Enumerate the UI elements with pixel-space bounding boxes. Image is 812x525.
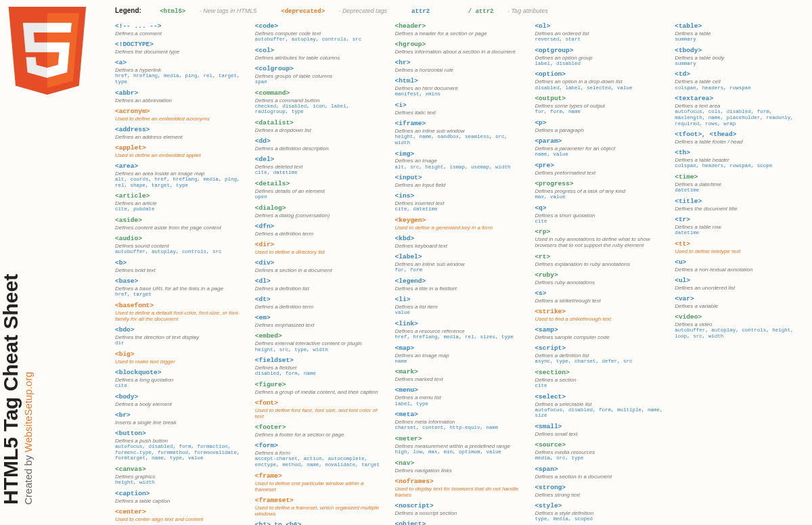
tag-entry: <style>Defines a style definitiontype, m… [535, 503, 665, 522]
tag-name: <output> [535, 95, 665, 103]
tag-name: <div> [255, 260, 386, 267]
tag-desc: Defines a table [675, 30, 805, 37]
tag-desc: Used to make text bigger [115, 359, 246, 365]
tag-entry: <embed>Defines external interactive cont… [255, 333, 386, 352]
tag-attrs: cite [115, 383, 246, 389]
tag-name: <mark> [395, 369, 526, 376]
tag-name: <dt> [255, 296, 386, 304]
legend-desc: - New tags in HTML5 [198, 7, 256, 14]
tag-entry: <html>Defines an html documentmanifest, … [395, 78, 526, 97]
tag-desc: Used to center align text and content [115, 516, 246, 522]
tag-name: <tfoot>, <thead> [675, 131, 805, 139]
tag-attrs: datetime [675, 230, 805, 236]
tag-name: <header> [395, 23, 526, 30]
tag-name: <textarea> [675, 95, 805, 103]
subtitle: Created by WebsiteSetup.org [22, 274, 34, 505]
tag-name: <b> [115, 260, 246, 267]
tag-entry: <meter>Defines measurement within a pred… [395, 436, 526, 455]
tag-attrs: disabled, form, name [255, 371, 386, 377]
tag-name: <applet> [115, 145, 246, 152]
tag-name: <section> [535, 369, 665, 377]
tag-name: <bdo> [115, 327, 246, 334]
tag-name: <object> [395, 521, 526, 525]
tag-entry: <script>Defines a definition listasync, … [535, 345, 665, 365]
tag-name: <form> [255, 442, 386, 450]
tag-desc: Defines a section in a document [535, 474, 665, 480]
html5-logo-icon [3, 0, 91, 104]
tag-name: <blockquote> [115, 369, 246, 377]
tag-name: <dialog> [255, 205, 386, 212]
tag-entry: <source>Defines media resourcesmedia, sr… [535, 442, 665, 461]
tag-entry: <big>Used to make text bigger [115, 351, 246, 365]
tag-attrs: label, type [395, 401, 526, 407]
tag-desc: Defines an abbreviation [115, 97, 246, 104]
tag-attrs: high, low, max, min, optimum, value [395, 449, 526, 455]
tag-entry: <output>Defines some types of outputfor,… [535, 95, 665, 115]
tag-name: <frame> [255, 473, 386, 480]
tag-name: <big> [115, 351, 246, 359]
tag-desc: Used to define a frameset, which organiz… [255, 505, 386, 517]
tag-name: <img> [395, 151, 526, 158]
tag-desc: Defines a base URL for all the links in … [115, 286, 246, 292]
tag-attrs: reversed, start [535, 37, 665, 43]
tag-name: <s> [535, 290, 665, 298]
tag-entry: <div>Defines a section in a document [255, 260, 386, 273]
tag-attrs: span [255, 79, 386, 85]
tag-desc: Defines a command button [255, 97, 386, 104]
tag-desc: Defines an ordered list [535, 30, 665, 37]
tag-name: <small> [535, 424, 665, 431]
tag-name: <q> [535, 205, 665, 212]
tag-name: <button> [115, 430, 246, 438]
tag-name: <optgroup> [535, 47, 665, 55]
tag-attrs: media, src, type [535, 455, 665, 461]
tag-attrs: name, value [535, 152, 665, 158]
tag-desc: Defines details of an element [255, 188, 386, 194]
tag-desc: Defines a definition term [255, 304, 386, 310]
tag-entry: <tbody>Defines a table bodysummary [675, 47, 805, 67]
tag-desc: Defines an option group [535, 55, 665, 61]
tag-attrs: async, type, charset, defer, src [535, 359, 665, 365]
tag-entry: <font>Used to define font face, font siz… [255, 400, 386, 419]
tag-name: <li> [395, 296, 526, 304]
tag-name: <ruby> [535, 272, 665, 279]
tag-entry: <dl>Defines a definition list [255, 278, 386, 292]
tag-entry: <noframes>Used to display text for brows… [395, 478, 526, 498]
tag-entry: <img>Defines an imagealt, src, height, i… [395, 151, 526, 170]
tag-desc: Defines a table body [675, 55, 805, 61]
tag-desc: Defines a date/time [675, 181, 805, 187]
tag-attrs: colspan, headers, rowspan [675, 85, 805, 91]
tag-desc: Defines a style definition [535, 510, 665, 516]
tag-name: <script> [535, 345, 665, 352]
tag-name: <dfn> [255, 223, 386, 231]
tag-name: <source> [535, 442, 665, 449]
tag-entry: <hr>Defines a horizontal rule [395, 60, 526, 73]
tag-entry: <u>Defines a non-textual annotation [675, 259, 805, 273]
tag-name: <!DOCTYPE> [115, 41, 246, 49]
tag-entry: <rp>Used in ruby annotations to define w… [535, 229, 665, 248]
tag-entry: <section>Defines a sectioncite [535, 369, 665, 389]
tag-name: <tt> [675, 241, 805, 248]
tag-name: <label> [395, 254, 526, 261]
tag-name: <article> [115, 193, 246, 200]
tag-attrs: colspan, headers, rowspan, scope [675, 163, 805, 169]
tag-name: <meta> [395, 411, 526, 419]
tag-name: <link> [395, 321, 526, 328]
tag-name: <area> [115, 163, 246, 170]
legend-desc [442, 7, 444, 14]
left-sidebar: HTML5 Tag Cheat Sheet Created by Website… [0, 0, 95, 525]
tag-name: <colgroup> [255, 66, 386, 73]
tag-desc: Defines a long quotation [115, 377, 246, 383]
tag-name: <rt> [535, 254, 665, 261]
tag-name: <style> [535, 503, 665, 510]
tag-name: <!-- ... --> [115, 23, 246, 30]
tag-desc: Defines graphics [115, 474, 246, 480]
tag-desc: Defines an area inside an image map [115, 170, 246, 177]
tag-entry: <acronym>Used to define an embedded acro… [115, 108, 246, 122]
tag-desc: Defines a title in a fieldset [395, 286, 526, 292]
title-block: HTML5 Tag Cheat Sheet Created by Website… [0, 274, 34, 505]
tag-entry: <li>Defines a list itemvalue [395, 296, 526, 316]
tag-attrs: value [395, 310, 526, 316]
tag-entry: <samp>Defines sample computer code [535, 327, 665, 340]
tag-desc: Defines a text area [675, 103, 805, 109]
tag-entry: <noscript>Defines a noscript section [395, 503, 526, 516]
